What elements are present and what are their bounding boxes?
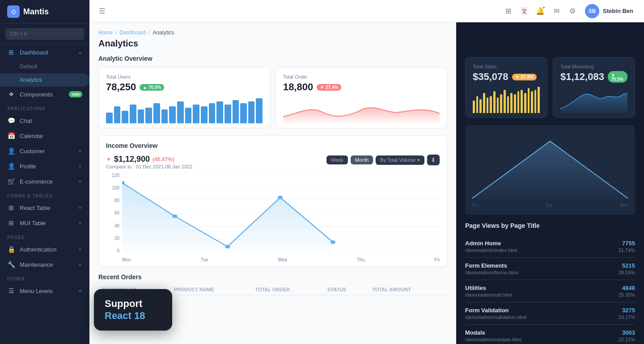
page-view-row: Form Validation /demo/admin/validation.h… <box>465 302 635 325</box>
page-views-title: Page Views by Page Title <box>465 222 635 229</box>
sidebar-item-menu-levels[interactable]: ☰ Menu Levels ▼ <box>0 283 89 298</box>
mui-table-icon: ⊞ <box>7 219 15 227</box>
page-view-row: Admin Home /demo/admin/index.html 7755 3… <box>465 235 635 258</box>
search-input[interactable] <box>5 28 84 40</box>
profile-icon: 👤 <box>7 162 15 170</box>
pv-pct: 28.53% <box>619 270 635 275</box>
app-logo[interactable]: ◇ Mantis <box>0 0 89 24</box>
btn-month[interactable]: Month <box>351 155 373 164</box>
sidebar-item-maintenance[interactable]: 🔧 Maintenance ▼ <box>0 257 89 272</box>
sidebar-item-authentication[interactable]: 🔒 Authentication ▼ <box>0 242 89 257</box>
customer-icon: 👤 <box>7 147 15 155</box>
sidebar-item-calendar[interactable]: 📅 Calendar <box>0 128 89 143</box>
pv-right: 4848 25.35% <box>619 285 635 298</box>
card-total-users: Total Users 78,250 ▲ 70.5% <box>98 67 270 128</box>
total-marketing-label: Total Marketing <box>560 64 627 69</box>
pv-right: 7755 31.74% <box>619 240 635 253</box>
section-pages: Pages <box>0 231 89 242</box>
breadcrumb: Home / Dashboard / Analytics <box>98 29 447 36</box>
sidebar-item-components[interactable]: ❖ Components new <box>0 87 89 102</box>
btn-week[interactable]: Week <box>326 155 348 164</box>
pv-name: Modals <box>465 329 521 336</box>
bar <box>106 113 113 124</box>
breadcrumb-home[interactable]: Home <box>98 29 113 36</box>
pv-count: 5215 <box>619 262 635 269</box>
pv-pct: 23.17% <box>619 315 635 320</box>
pv-pct: 25.35% <box>619 292 635 298</box>
chat-icon: 💬 <box>7 117 15 125</box>
bar <box>169 106 176 124</box>
breadcrumb-dashboard[interactable]: Dashboard <box>119 29 146 36</box>
maintenance-arrow: ▼ <box>78 262 82 267</box>
user-area[interactable]: SB Stebin Ben <box>581 2 637 20</box>
card-total-sales: Total Sales $35,078 ▼ 27.4% <box>465 57 547 118</box>
col-status: STATUS <box>324 284 369 295</box>
col-total-order: TOTAL ORDER <box>251 284 324 295</box>
avatar: SB <box>585 4 599 18</box>
bar <box>507 96 509 113</box>
chart-svg-area <box>122 173 440 253</box>
pv-left: Modals /demo/admin/modals.html <box>465 329 521 342</box>
settings-icon[interactable]: ⚙ <box>565 4 580 18</box>
pv-pct: 31.74% <box>619 248 635 253</box>
income-controls: Week Month By Total Volume ▾ ⬇ <box>326 155 440 165</box>
bell-icon[interactable]: 🔔 <box>533 4 547 18</box>
bar <box>493 91 496 113</box>
sidebar-item-chat[interactable]: 💬 Chat <box>0 113 89 128</box>
bar <box>161 109 168 124</box>
pv-left: Utilities /demo/admin/util.html <box>465 285 512 298</box>
main-area: ☰ ⊞ 🃏 🔔 ✉ ⚙ SB Stebin Ben Home / Dashboa… <box>89 0 644 344</box>
card-action-icon[interactable]: 🃏 <box>517 4 531 18</box>
bar <box>479 99 482 113</box>
col-total-amount: TOTAL AMOUNT <box>369 284 447 295</box>
btn-download[interactable]: ⬇ <box>427 155 440 165</box>
sidebar-item-customer[interactable]: 👤 Customer ▼ <box>0 143 89 159</box>
income-overview-card: Income Overview ▼ $1,12,900 (45.67%) Com… <box>98 135 447 267</box>
menu-levels-arrow: ▼ <box>78 289 82 294</box>
total-order-badge: ▼ 27.4% <box>317 84 341 91</box>
total-sales-chart <box>473 86 540 113</box>
bar <box>145 108 152 123</box>
pv-right: 3275 23.17% <box>619 307 635 320</box>
bar <box>114 106 121 124</box>
page-view-row: Utilities /demo/admin/util.html 4848 25.… <box>465 280 635 302</box>
income-header: ▼ $1,12,900 (45.67%) Compare to : 01 Dec… <box>106 155 440 169</box>
mail-icon[interactable]: ✉ <box>549 4 564 18</box>
svg-point-9 <box>225 245 230 248</box>
bar <box>514 94 516 113</box>
dark-chart-xlabels: Fri Sat Sun <box>472 203 628 208</box>
total-users-chart <box>106 96 263 123</box>
bar <box>185 108 192 123</box>
sidebar-item-mui-table[interactable]: ⊞ MUI Table ▼ <box>0 215 89 231</box>
btn-volume[interactable]: By Total Volume ▾ <box>376 155 424 165</box>
breadcrumb-sep1: / <box>115 29 117 36</box>
sidebar-item-profile[interactable]: 👤 Profile ▼ <box>0 159 89 174</box>
calendar-icon: 📅 <box>7 132 15 140</box>
sidebar-item-analytics[interactable]: Analytics <box>0 73 89 87</box>
pv-count: 3003 <box>619 329 635 336</box>
hamburger-icon[interactable]: ☰ <box>95 4 109 18</box>
sidebar-item-ecommerce[interactable]: 🛒 E-commerce ▼ <box>0 174 89 189</box>
svg-point-11 <box>330 240 335 244</box>
section-applications: Applications <box>0 102 89 113</box>
components-icon: ❖ <box>7 90 15 98</box>
sidebar: ◇ Mantis ⊞ Dashboard ▲ Default Analytics… <box>0 0 89 344</box>
support-popup[interactable]: Support React 18 <box>94 289 172 331</box>
pv-right: 3003 22.21% <box>619 329 635 342</box>
ecommerce-arrow: ▼ <box>78 179 82 184</box>
sidebar-item-dashboard[interactable]: ⊞ Dashboard ▲ <box>0 45 89 60</box>
pv-url: /demo/admin/util.html <box>465 292 512 298</box>
sidebar-item-react-table[interactable]: ⊞ React Table ▼ <box>0 200 89 215</box>
bar <box>521 90 523 113</box>
sidebar-item-default[interactable]: Default <box>0 60 89 73</box>
pv-name: Admin Home <box>465 240 517 247</box>
total-sales-label: Total Sales <box>473 64 540 69</box>
bar <box>201 106 208 124</box>
income-line-chart: 120 100 80 60 40 20 0 <box>106 173 440 262</box>
total-marketing-chart <box>560 86 627 113</box>
pv-left: Admin Home /demo/admin/index.html <box>465 240 517 253</box>
pv-count: 3275 <box>619 307 635 314</box>
volume-chevron: ▾ <box>417 157 420 163</box>
grid-action-icon[interactable]: ⊞ <box>501 4 515 18</box>
section-other: Other <box>0 272 89 283</box>
